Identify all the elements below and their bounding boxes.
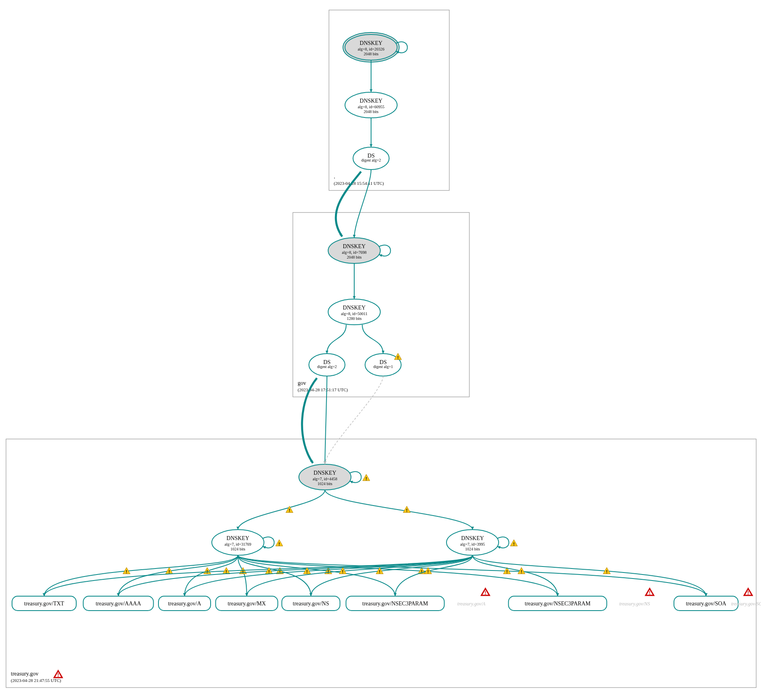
zone-name: . — [334, 174, 335, 180]
svg-text:!: ! — [168, 569, 170, 574]
svg-text:!: ! — [747, 590, 749, 596]
svg-text:!: ! — [397, 355, 399, 360]
zone-timestamp: (2023-04-28 15:54:11 UTC) — [334, 181, 384, 186]
rrset-label: treasury.gov/TXT — [24, 601, 64, 607]
node-title: DNSKEY — [343, 305, 366, 311]
svg-marker-7 — [263, 546, 266, 549]
svg-marker-5 — [350, 481, 353, 484]
svg-marker-50 — [246, 593, 248, 596]
svg-text:!: ! — [379, 569, 381, 574]
svg-marker-54 — [394, 593, 397, 596]
node-detail: digest alg=1 — [373, 364, 393, 369]
svg-text:!: ! — [485, 590, 486, 596]
svg-text:!: ! — [365, 476, 367, 481]
node-detail: alg=8, id=7698 — [342, 250, 366, 255]
svg-text:!: ! — [278, 542, 280, 546]
rrset-label-dim: treasury.gov/NS — [619, 601, 650, 607]
svg-text:!: ! — [289, 508, 290, 513]
svg-text:!: ! — [606, 569, 608, 574]
rrset-label-dim: treasury.gov/A — [457, 601, 486, 607]
svg-text:!: ! — [268, 569, 270, 574]
node-detail: alg=8, id=50011 — [341, 312, 367, 316]
svg-marker-14 — [370, 89, 373, 92]
svg-text:!: ! — [126, 569, 128, 574]
svg-marker-17 — [353, 235, 356, 238]
svg-marker-48 — [183, 593, 186, 596]
zone-box — [6, 439, 756, 688]
svg-marker-44 — [43, 593, 46, 596]
zone-name: gov — [298, 380, 306, 386]
rrset-label: treasury.gov/NS — [293, 601, 329, 607]
node-detail: alg=7, id=4458 — [313, 477, 337, 481]
rrset-label: treasury.gov/SOA — [686, 601, 727, 607]
svg-marker-15 — [370, 144, 373, 147]
svg-marker-52 — [310, 593, 313, 596]
svg-marker-26 — [471, 527, 474, 530]
rrset-label: treasury.gov/NSEC3PARAM — [362, 601, 428, 607]
svg-text:!: ! — [506, 569, 508, 574]
node-detail: 2048 bits — [364, 52, 379, 56]
dnssec-graph: .(2023-04-28 15:54:11 UTC)gov(2023-04-28… — [0, 0, 761, 700]
node-title: DNSKEY — [343, 243, 366, 249]
svg-text:!: ! — [521, 569, 522, 574]
node-title: DNSKEY — [360, 98, 383, 104]
svg-marker-23 — [324, 461, 327, 464]
node-title: DNSKEY — [360, 40, 383, 46]
svg-text:!: ! — [406, 508, 408, 513]
node-detail: 1024 bits — [231, 547, 246, 551]
node-detail: 1024 bits — [318, 482, 333, 486]
svg-marker-9 — [497, 546, 501, 549]
node-detail: 2048 bits — [347, 255, 362, 259]
rrset-label: treasury.gov/AAAA — [95, 601, 141, 607]
zone-timestamp: (2023-04-28 17:51:17 UTC) — [298, 387, 348, 392]
svg-marker-20 — [382, 351, 385, 354]
svg-marker-24 — [237, 527, 239, 530]
node-detail: alg=7, id=3995 — [460, 542, 485, 546]
svg-marker-58 — [705, 593, 708, 596]
rrset-label-dim: treasury.gov/SOA — [731, 601, 761, 607]
node-detail: 2048 bits — [364, 109, 379, 114]
svg-marker-18 — [353, 296, 356, 299]
rrset-label: treasury.gov/A — [168, 601, 202, 607]
node-title: DNSKEY — [314, 470, 337, 476]
rrset-label: treasury.gov/NSEC3PARAM — [525, 601, 591, 607]
svg-marker-46 — [117, 593, 120, 596]
node-detail: digest alg=2 — [361, 158, 381, 162]
svg-text:!: ! — [342, 569, 344, 574]
svg-text:!: ! — [306, 569, 308, 574]
node-detail: alg=8, id=20326 — [358, 47, 384, 51]
svg-marker-19 — [326, 351, 329, 354]
svg-text:!: ! — [427, 569, 429, 574]
rrset-label: treasury.gov/MX — [227, 601, 266, 607]
node-title: DNSKEY — [227, 535, 250, 541]
svg-marker-3 — [379, 254, 382, 257]
node-detail: alg=8, id=60955 — [358, 105, 384, 109]
zone-name: treasury.gov — [11, 671, 39, 677]
svg-marker-56 — [556, 593, 559, 596]
svg-text:!: ! — [513, 542, 515, 546]
svg-text:!: ! — [57, 672, 59, 678]
node-detail: alg=7, id=31769 — [225, 542, 251, 546]
node-detail: digest alg=2 — [317, 364, 337, 369]
zone-timestamp: (2023-04-28 21:47:55 UTC) — [11, 678, 61, 683]
node-detail: 1024 bits — [465, 547, 480, 551]
node-title: DNSKEY — [461, 535, 484, 541]
node-detail: 1280 bits — [347, 316, 362, 321]
svg-text:!: ! — [649, 590, 651, 596]
